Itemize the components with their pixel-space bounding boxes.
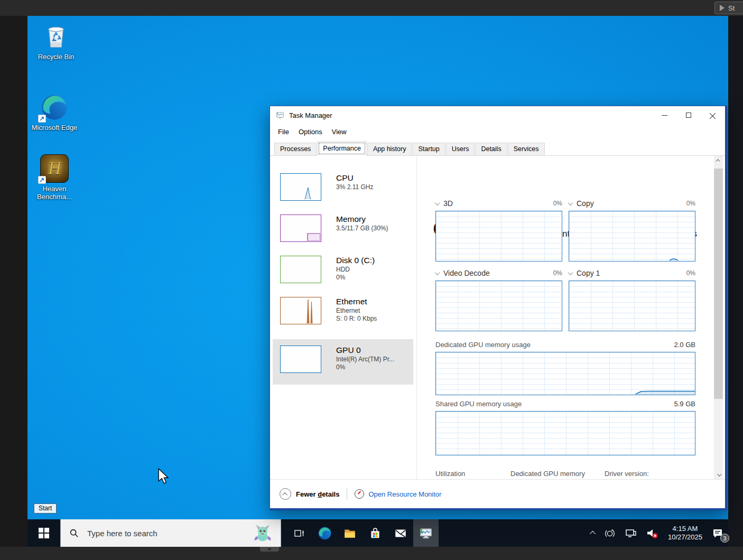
tray-show-hidden-icons[interactable] (587, 519, 600, 547)
chevron-down-icon[interactable] (435, 200, 440, 206)
engine-label: Video Decode (443, 269, 490, 277)
volume-muted-icon (645, 526, 659, 540)
gpu-mini-chart (280, 346, 321, 373)
chevron-down-icon[interactable] (568, 270, 573, 275)
memory-mini-chart (280, 214, 321, 242)
system-tray: 4:15 AM 10/27/2025 3 (587, 519, 728, 547)
stat-label-utilization: Utilization (435, 470, 465, 478)
gpu-video-decode-chart (435, 281, 562, 331)
taskbar-icon-mail[interactable] (388, 519, 413, 547)
engine-value: 0% (553, 200, 562, 207)
gpu-copy1-chart (569, 281, 695, 331)
dedicated-gpu-memory-block: Dedicated GPU memory usage 2.0 GB (435, 341, 695, 395)
icon-label: Heaven Benchma... (31, 185, 78, 201)
resource-monitor-icon (355, 489, 364, 499)
play-icon (720, 5, 725, 11)
vm-start-button[interactable]: St (714, 2, 743, 14)
engine-label: 3D (443, 199, 453, 208)
maximize-button[interactable] (676, 106, 701, 124)
taskbar-search-box[interactable] (60, 519, 281, 547)
gpu-engine-3d: 3D 0% (435, 199, 562, 262)
desktop-icon-recycle-bin[interactable]: Recycle Bin (33, 22, 79, 61)
vm-frame-top (0, 0, 743, 16)
performance-content: CPU 3% 2.11 GHz Memory 3.5/11.7 GB (30%)… (270, 156, 725, 479)
windows-logo-icon (39, 528, 49, 538)
vertical-scrollbar[interactable] (714, 156, 723, 479)
engine-label: Copy (577, 199, 594, 208)
maximize-icon (686, 113, 691, 118)
chevron-down-icon (267, 548, 272, 550)
scroll-up-button[interactable] (714, 156, 723, 165)
title-bar[interactable]: Task Manager (270, 106, 725, 124)
taskbar-icon-task-view[interactable] (286, 519, 312, 547)
chevron-down-icon[interactable] (568, 200, 573, 206)
microsoft-store-icon (368, 526, 382, 540)
stat-label-driver-version: Driver version: (605, 470, 649, 478)
close-button[interactable] (701, 106, 725, 124)
cpu-mini-chart (280, 173, 321, 201)
window-title: Task Manager (289, 111, 332, 119)
sidebar-item-cpu[interactable]: CPU 3% 2.11 GHz (273, 167, 413, 208)
sidebar-item-ethernet[interactable]: Ethernet Ethernet S: 0 R: 0 Kbps (273, 291, 413, 339)
tray-network[interactable] (620, 519, 641, 547)
tab-app-history[interactable]: App history (367, 143, 412, 155)
tray-connect-device[interactable] (600, 519, 620, 547)
gpu-copy-chart (569, 211, 695, 262)
tab-performance[interactable]: Performance (317, 141, 367, 156)
task-view-icon (293, 527, 305, 539)
tab-users[interactable]: Users (446, 143, 475, 155)
desktop-icon-microsoft-edge[interactable]: Microsoft Edge (31, 93, 78, 132)
taskbar-icon-microsoft-edge[interactable] (312, 519, 337, 547)
scrollbar-thumb[interactable] (714, 169, 723, 399)
task-manager-app-icon (275, 111, 285, 120)
gpu-3d-chart (435, 211, 562, 262)
memory-chart-max: 2.0 GB (674, 341, 695, 349)
gpu-engine-video-decode: Video Decode 0% (435, 269, 562, 331)
ethernet-mini-chart (280, 297, 321, 324)
icon-label: Microsoft Edge (31, 124, 78, 132)
taskbar-icon-file-explorer[interactable] (337, 519, 363, 547)
vm-frame-bottom (0, 547, 743, 560)
taskbar-icon-task-manager[interactable] (413, 519, 439, 547)
desktop-icon-heaven-benchmark[interactable]: H Heaven Benchma... (31, 154, 78, 201)
close-icon (710, 112, 716, 118)
tray-volume[interactable] (641, 519, 663, 547)
engine-value: 0% (686, 269, 695, 277)
taskbar-icon-microsoft-store[interactable] (363, 519, 388, 547)
search-icon (69, 528, 79, 538)
chevron-up-icon (716, 159, 720, 163)
tray-clock[interactable]: 4:15 AM 10/27/2025 (663, 525, 707, 542)
start-button[interactable] (27, 519, 60, 547)
gpu-engine-copy-1: Copy 1 0% (569, 269, 695, 331)
open-resource-monitor-link[interactable]: Open Resource Monitor (368, 490, 441, 498)
menu-options[interactable]: Options (294, 126, 327, 138)
connected-device-icon (604, 527, 616, 539)
scroll-down-button[interactable] (714, 470, 723, 479)
menu-file[interactable]: File (273, 126, 294, 138)
tab-startup[interactable]: Startup (412, 143, 445, 155)
vm-toolbar-handle[interactable] (260, 547, 279, 552)
tab-services[interactable]: Services (508, 143, 545, 155)
task-manager-icon (419, 526, 433, 540)
action-center-button[interactable]: 3 (707, 519, 728, 547)
memory-chart-max: 5.9 GB (674, 400, 695, 408)
chevron-down-icon (717, 472, 721, 476)
taskbar-icons (286, 519, 439, 547)
engine-value: 0% (686, 200, 695, 207)
gpu-engine-copy: Copy 0% (569, 199, 695, 262)
sidebar-item-disk[interactable]: Disk 0 (C:) HDD 0% (273, 249, 413, 291)
file-explorer-icon (343, 526, 357, 540)
sidebar-item-memory[interactable]: Memory 3.5/11.7 GB (30%) (273, 208, 413, 249)
search-input[interactable] (86, 528, 234, 538)
sidebar-item-gpu[interactable]: GPU 0 Intel(R) Arc(TM) Pr... 0% (273, 339, 413, 385)
tab-details[interactable]: Details (475, 143, 507, 155)
footer-separator (347, 488, 347, 500)
menu-view[interactable]: View (327, 126, 351, 138)
minimize-button[interactable] (652, 106, 676, 124)
memory-chart-label: Dedicated GPU memory usage (435, 341, 531, 349)
chevron-down-icon[interactable] (435, 270, 440, 275)
fewer-details-button[interactable]: Fewer details (296, 490, 339, 498)
shared-gpu-memory-block: Shared GPU memory usage 5.9 GB (435, 400, 695, 455)
tab-processes[interactable]: Processes (274, 143, 317, 155)
shortcut-arrow-icon (38, 176, 46, 184)
